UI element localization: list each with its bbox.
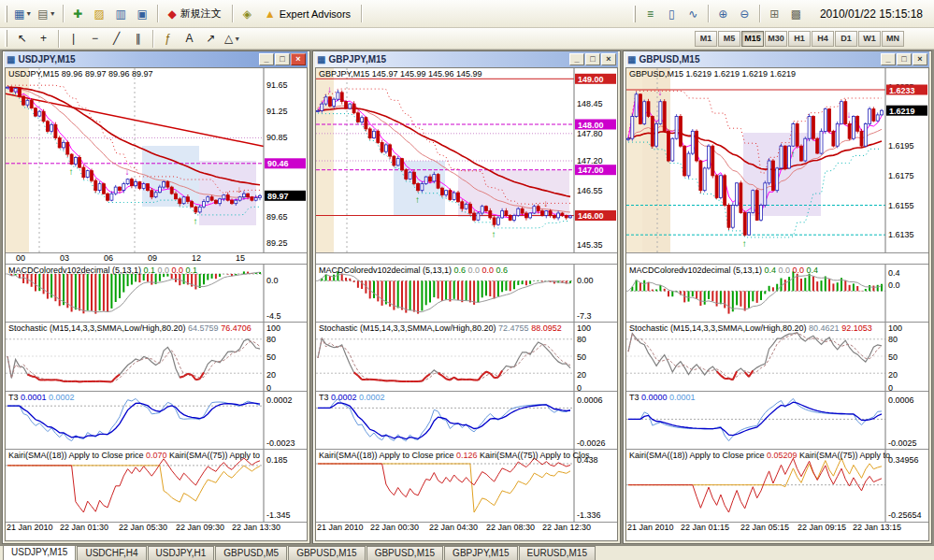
indicator-pane-macd[interactable]: 0.00-7.3MACDColoredv102decimal (5,13,1) … [316,265,617,323]
minimize-button[interactable]: _ [881,53,896,65]
timeframe-m1-button[interactable]: M1 [695,31,717,47]
window-titlebar[interactable]: ▦ GBPUSD,M15 _ □ × [625,51,929,67]
svg-text:147.20: 147.20 [577,156,603,165]
close-button[interactable]: × [601,53,616,65]
chart-tab-gbpjpy-m15[interactable]: GBPJPY,M15 [444,546,517,560]
restore-button[interactable]: □ [897,53,912,65]
toolbar-grip[interactable] [633,6,636,22]
minimize-button[interactable]: _ [569,53,584,65]
indicator-pane-kairi[interactable]: 0.185-1.345Kairi(SMA((18)) Apply to Clos… [6,450,307,523]
price-pane[interactable]: ↓↑↑↓1.62351.61951.61751.61551.61351.6233… [626,68,928,253]
chart-tab-usdjpy-m15[interactable]: USDJPY,M15 [3,545,76,560]
indicator-pane-stoch[interactable]: 1008050200Stochastic (M15,14,3,3,SMMA,Lo… [626,323,928,392]
cursor-button[interactable]: ↖ [11,29,33,49]
fibonacci-button[interactable]: ƒ [157,29,179,49]
restore-button[interactable]: □ [275,53,290,65]
indicator-label-part: T3 [319,393,331,402]
shapes-icon: △ [224,33,233,44]
svg-text:1.6155: 1.6155 [888,201,914,210]
timeframe-m30-button[interactable]: M30 [765,31,787,47]
equidistant-channel-button[interactable]: ∥ [127,29,149,49]
chart-tab-usdchf-h4[interactable]: USDCHF,H4 [77,546,146,560]
svg-text:1.6135: 1.6135 [888,230,914,239]
chart-window-gbpjpy-m15[interactable]: ▦ GBPJPY,M15 _ □ × ↓↑↑↓148.45147.80147.2… [312,50,621,544]
timeframe-w1-button[interactable]: W1 [858,31,881,47]
svg-text:89.65: 89.65 [266,212,288,222]
svg-text:146.00: 146.00 [578,211,604,221]
price-pane[interactable]: ↑↓↑↓91.6591.2590.8589.6589.2590.4689.97U… [6,68,307,253]
svg-text:80: 80 [266,335,276,344]
data-window-button[interactable]: ▨ [89,4,110,23]
timeframe-h4-button[interactable]: H4 [812,31,834,47]
indicator-pane-macd[interactable]: 0.40.0MACDColoredv102decimal (5,13,1) 0.… [626,265,928,323]
shapes-button[interactable]: △▼ [222,29,243,49]
toolbar-grip[interactable] [5,6,7,22]
arrows-button[interactable]: ↗ [200,29,222,49]
navigator-button[interactable]: ▥ [110,4,132,23]
indicator-pane-macd[interactable]: 0.0-4.5MACDColoredv102decimal (5,13,1) 0… [6,265,307,323]
svg-text:1.6219: 1.6219 [889,107,915,116]
profiles-button[interactable]: ▤▼ [35,4,58,23]
chart-tab-eurusd-m15[interactable]: EURUSD,M15 [519,546,596,560]
timeframe-m15-button[interactable]: M15 [741,31,764,47]
timeframe-m5-button[interactable]: M5 [718,31,740,47]
window-titlebar[interactable]: ▦ GBPJPY,M15 _ □ × [315,51,618,67]
indicator-pane-stoch[interactable]: 1008050200Stochastic (M15,14,3,3,SMMA,Lo… [6,323,307,392]
zoom-in-button[interactable]: ⊕ [712,4,734,23]
indicator-pane-t3[interactable]: 0.0006-0.0025T3 0.0000 0.0001 [626,392,928,450]
standard-toolbar: ▦▼▤▼✚▨▥▣◆新規注文◈▲Expert Advisors ≡▯∿⊕⊖⊞▩ 2… [0,0,934,28]
close-button[interactable]: × [291,53,306,65]
indicator-pane-kairi[interactable]: 0.34956-0.25654Kairi(SMA((18)) Apply to … [626,450,928,523]
terminal-button[interactable]: ▣ [132,4,153,23]
horizontal-line-icon: − [92,33,98,44]
text-label-button[interactable]: A [179,29,200,49]
bar-chart-button[interactable]: ≡ [639,4,661,23]
svg-text:↓: ↓ [847,109,852,120]
minimize-button[interactable]: _ [259,53,274,65]
candlestick-chart-button[interactable]: ▯ [661,4,683,23]
svg-text:↑: ↑ [415,194,420,205]
timeframe-d1-button[interactable]: D1 [835,31,857,47]
chart-tab-usdjpy-h1[interactable]: USDJPY,H1 [148,546,215,560]
toolbar-separator [361,5,362,22]
zoom-in-icon: ⊕ [718,8,727,20]
timeframe-mn-button[interactable]: MN [882,31,904,47]
restore-button[interactable]: □ [585,53,600,65]
metaeditor-button[interactable]: ◈ [237,4,258,23]
trendline-button[interactable]: ╱ [106,29,127,49]
zoom-out-button[interactable]: ⊖ [734,4,755,23]
indicator-label-part: 76.4706 [221,323,251,333]
tile-windows-button[interactable]: ⊞ [764,4,785,23]
indicator-pane-kairi[interactable]: 0.438-1.336Kairi(SMA((18)) Apply to Clos… [316,450,617,523]
toolbar-grip[interactable] [5,30,7,47]
crosshair-button[interactable]: + [33,29,54,49]
indicator-label-part: Kairi(SMA((18)) Apply to Close price [629,451,767,460]
chart-tab-gbpusd-m5[interactable]: GBPUSD,M5 [215,546,287,560]
svg-text:0.0006: 0.0006 [888,395,914,405]
chart-window-gbpusd-m15[interactable]: ▦ GBPUSD,M15 _ □ × ↓↑↑↓1.62351.61951.617… [623,50,932,544]
indicator-label: MACDColoredv102decimal (5,13,1) 0.1 0.0 … [8,266,197,275]
toolbar-separator [232,5,233,22]
window-titlebar[interactable]: ▦ USDJPY,M15 _ □ × [5,51,308,67]
indicator-pane-stoch[interactable]: 1008050200Stochastic (M15,14,3,3,SMMA,Lo… [316,323,617,392]
chart-window-usdjpy-m15[interactable]: ▦ USDJPY,M15 _ □ × ↑↓↑↓91.6591.2590.8589… [2,50,310,544]
line-chart-button[interactable]: ∿ [683,4,704,23]
expert-advisors-button[interactable]: ▲Expert Advisors [258,4,357,23]
indicator-pane-t3[interactable]: 0.0006-0.0026T3 0.0002 0.0002 [316,392,617,450]
chart-tab-gbpusd-m15[interactable]: GBPUSD,M15 [288,546,365,560]
chart-tab-gbpusd-m15[interactable]: GBPUSD,M15 [366,546,443,560]
indicator-label-part: Stochastic (M15,14,3,3,SMMA,Low/High,80.… [629,323,809,333]
vertical-line-button[interactable]: | [63,29,84,49]
indicator-pane-t3[interactable]: 0.0002-0.0023T3 0.0001 0.0002 [6,392,307,450]
close-button[interactable]: × [912,53,927,65]
timeframe-h1-button[interactable]: H1 [788,31,811,47]
market-watch-button[interactable]: ✚ [67,4,89,23]
horizontal-line-button[interactable]: − [84,29,106,49]
indicator-label-part: Stochastic (M15,14,3,3,SMMA,Low/High,80.… [319,323,498,333]
new-order-button[interactable]: ◆新規注文 [162,4,228,23]
cascade-windows-button[interactable]: ▩ [785,4,807,23]
indicator-label-part: 0.0 [172,266,186,275]
new-chart-button[interactable]: ▦▼ [11,4,35,23]
price-pane[interactable]: ↓↑↑↓148.45147.80147.20146.55145.35149.00… [316,68,617,253]
time-axis-label: 22 Jan 09:15 [797,523,846,532]
